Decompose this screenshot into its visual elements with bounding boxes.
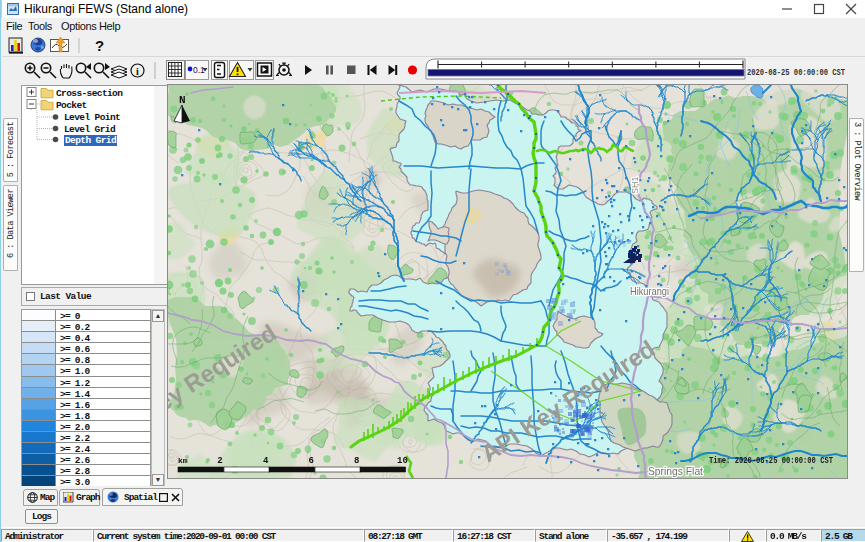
- svg-text:?: ?: [95, 37, 104, 54]
- svg-text:2020-08-25 00:00:00 CST: 2020-08-25 00:00:00 CST: [747, 67, 845, 78]
- svg-text:0.1: 0.1: [193, 65, 205, 75]
- svg-text:Hikurangi: Hikurangi: [630, 285, 669, 297]
- svg-text:8: 8: [354, 456, 359, 466]
- svg-text:10: 10: [397, 456, 408, 466]
- svg-text:N: N: [179, 94, 186, 106]
- svg-text:SH1: SH1: [630, 176, 640, 194]
- svg-text:km: km: [178, 456, 188, 465]
- svg-text:4: 4: [263, 456, 269, 466]
- svg-text:2: 2: [217, 456, 222, 466]
- svg-text:Time: 2020-08-25 00:00:00 CST: Time: 2020-08-25 00:00:00 CST: [709, 455, 833, 466]
- svg-text:i: i: [136, 66, 139, 77]
- svg-text:6: 6: [308, 456, 313, 466]
- svg-text:Springs Flat: Springs Flat: [648, 465, 703, 477]
